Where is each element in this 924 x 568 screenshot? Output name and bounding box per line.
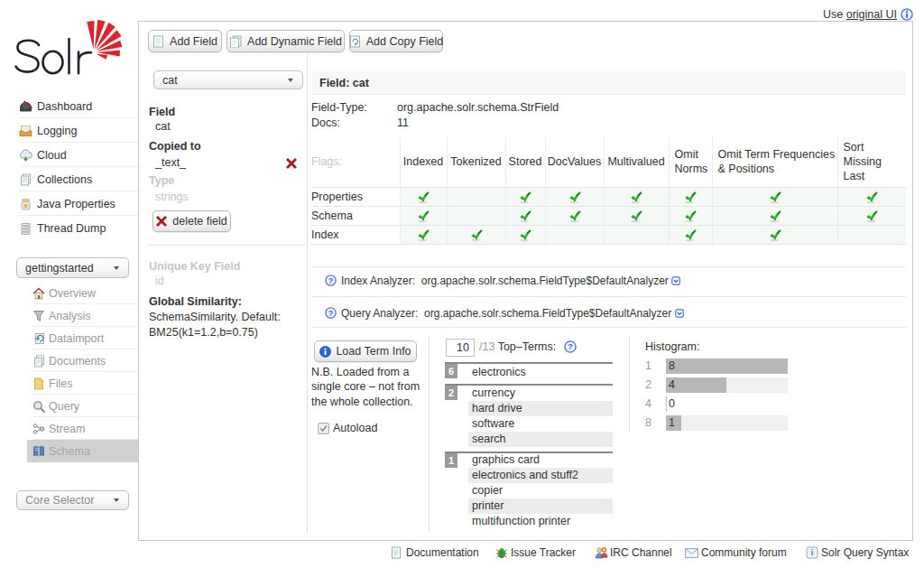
svg-text:?: ? (568, 341, 573, 351)
svg-text:?: ? (328, 309, 334, 318)
svg-text:?: ? (328, 276, 334, 285)
svg-text:i: i (811, 548, 814, 557)
